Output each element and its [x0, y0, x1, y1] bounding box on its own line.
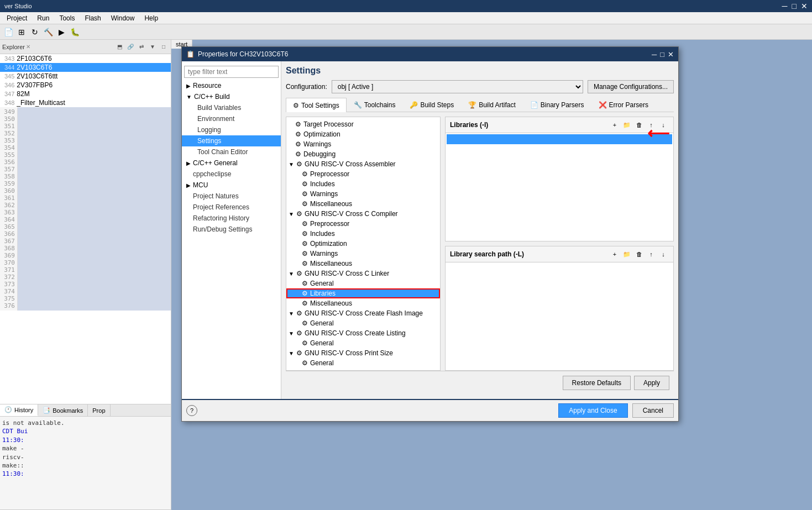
- tree-optimization[interactable]: ⚙Optimization: [286, 129, 440, 139]
- explorer-item-2v103[interactable]: 3442V103C6T6: [0, 63, 171, 72]
- tab-build-steps[interactable]: 🔑 Build Steps: [402, 98, 461, 112]
- tree-print-general[interactable]: ⚙General: [286, 358, 440, 368]
- explorer-item-filter[interactable]: 348_Filter_Multicast: [0, 98, 171, 107]
- tree-cc-includes[interactable]: ⚙Includes: [286, 229, 440, 239]
- explorer-item-2v103ttt[interactable]: 3452V103C6T6ttt: [0, 72, 171, 81]
- menu-flash[interactable]: Flash: [80, 13, 105, 23]
- bottom-tabs: 🕐 History 📑 Bookmarks Prop: [0, 404, 171, 417]
- menu-window[interactable]: Window: [107, 13, 139, 23]
- search-down-btn[interactable]: ↓: [658, 249, 669, 260]
- help-icon[interactable]: ?: [186, 405, 197, 416]
- toolbar-new-icon[interactable]: 📄: [2, 26, 14, 38]
- nav-tool-chain-editor[interactable]: Tool Chain Editor: [182, 146, 281, 157]
- tab-build-artifact[interactable]: 🏆 Build Artifact: [461, 98, 523, 112]
- maximize-panel-btn[interactable]: □: [159, 42, 169, 52]
- menu-run[interactable]: Run: [33, 13, 54, 23]
- search-add-btn[interactable]: +: [609, 249, 620, 260]
- search-up-btn[interactable]: ↑: [646, 249, 657, 260]
- tree-listing-general[interactable]: ⚙General: [286, 338, 440, 348]
- nav-refactoring-history[interactable]: Refactoring History: [182, 213, 281, 224]
- cancel-btn[interactable]: Cancel: [632, 403, 674, 418]
- nav-mcu[interactable]: ▶ MCU: [182, 180, 281, 191]
- apply-btn[interactable]: Apply: [634, 376, 669, 390]
- nav-cppcheclipse[interactable]: cppcheclipse: [182, 169, 281, 180]
- search-add-from-btn[interactable]: 📁: [621, 249, 632, 260]
- menu-help[interactable]: Help: [140, 13, 163, 23]
- explorer-item-82m[interactable]: 34782M: [0, 90, 171, 98]
- tab-binary-parsers[interactable]: 📄 Binary Parsers: [523, 98, 591, 112]
- tree-linker-general[interactable]: ⚙General: [286, 278, 440, 288]
- nav-settings[interactable]: Settings: [182, 135, 281, 146]
- config-select[interactable]: obj [ Active ]: [332, 80, 583, 93]
- dialog-minimize-btn[interactable]: ─: [652, 50, 657, 59]
- tab-tool-settings[interactable]: ⚙ Tool Settings: [286, 98, 347, 112]
- tree-listing-section[interactable]: ▼ ⚙ GNU RISC-V Cross Create Listing: [286, 328, 440, 338]
- nav-run-debug-settings[interactable]: Run/Debug Settings: [182, 224, 281, 235]
- tree-asm-warnings[interactable]: ⚙Warnings: [286, 189, 440, 199]
- minimize-btn[interactable]: ─: [782, 2, 788, 10]
- tab-error-parsers[interactable]: ❌ Error Parsers: [591, 98, 656, 112]
- lib-add-btn[interactable]: +: [609, 119, 620, 130]
- menu-project[interactable]: Project: [2, 13, 32, 23]
- libraries-header: Libraries (-l) + 📁 🗑 ↑ ↓: [446, 117, 673, 133]
- explorer-item-2f103[interactable]: 3432F103C6T6: [0, 54, 171, 63]
- filter-input[interactable]: [184, 66, 279, 78]
- manage-config-btn[interactable]: Manage Configurations...: [588, 80, 674, 93]
- red-arrow: ⟵: [647, 124, 669, 143]
- tree-target-processor[interactable]: ⚙Target Processor: [286, 119, 440, 129]
- collapse-all-btn[interactable]: ⬒: [114, 42, 124, 52]
- library-item-empty[interactable]: [447, 134, 672, 144]
- tree-print-section[interactable]: ▼ ⚙ GNU RISC-V Cross Print Size: [286, 348, 440, 358]
- nav-project-natures[interactable]: Project Natures: [182, 191, 281, 202]
- nav-logging[interactable]: Logging: [182, 124, 281, 135]
- nav-cpp-build[interactable]: ▼ C/C++ Build: [182, 91, 281, 102]
- lib-delete-btn[interactable]: 🗑: [633, 119, 645, 130]
- lib-add-from-btn[interactable]: 📁: [621, 119, 632, 130]
- search-delete-btn[interactable]: 🗑: [633, 249, 645, 260]
- nav-build-variables[interactable]: Build Variables: [182, 102, 281, 113]
- tree-cc-opt[interactable]: ⚙Optimization: [286, 239, 440, 249]
- make-error-line: make::: [2, 461, 169, 470]
- toolbar-run-icon[interactable]: ▶: [55, 26, 67, 38]
- cpp-general-arrow: ▶: [186, 160, 191, 166]
- tree-warnings[interactable]: ⚙Warnings: [286, 139, 440, 149]
- apply-and-close-btn[interactable]: Apply and Close: [558, 403, 627, 418]
- tree-linker-section[interactable]: ▼ ⚙ GNU RISC-V Cross C Linker: [286, 269, 440, 278]
- tree-cc-preprocessor[interactable]: ⚙Preprocessor: [286, 219, 440, 229]
- tree-flash-general[interactable]: ⚙General: [286, 318, 440, 328]
- tree-assembler-section[interactable]: ▼ ⚙ GNU RISC-V Cross Assembler: [286, 159, 440, 169]
- tree-cc-misc[interactable]: ⚙Miscellaneous: [286, 259, 440, 269]
- tab-history[interactable]: 🕐 History: [0, 404, 38, 416]
- maximize-btn[interactable]: □: [792, 2, 797, 10]
- toolbar-debug-icon[interactable]: 🐛: [69, 26, 81, 38]
- nav-environment[interactable]: Environment: [182, 113, 281, 124]
- dialog-restore-btn[interactable]: □: [660, 50, 664, 59]
- toolbar-grid-icon[interactable]: ⊞: [15, 26, 28, 38]
- toolbar-refresh-icon[interactable]: ↻: [29, 26, 41, 38]
- tab-toolchains[interactable]: 🔧 Toolchains: [347, 98, 403, 112]
- tab-prop[interactable]: Prop: [88, 404, 110, 416]
- tree-asm-misc[interactable]: ⚙Miscellaneous: [286, 199, 440, 209]
- view-menu-btn[interactable]: ▼: [148, 42, 158, 52]
- explorer-item-2v307[interactable]: 3462V307FBP6: [0, 81, 171, 90]
- tree-cc-warnings[interactable]: ⚙Warnings: [286, 249, 440, 259]
- dialog-close-btn[interactable]: ✕: [668, 50, 674, 59]
- tree-asm-preprocessor[interactable]: ⚙Preprocessor: [286, 169, 440, 179]
- cc-warn-icon: ⚙: [302, 250, 308, 257]
- tree-debugging[interactable]: ⚙Debugging: [286, 149, 440, 159]
- close-btn[interactable]: ✕: [801, 2, 808, 10]
- tab-bookmarks[interactable]: 📑 Bookmarks: [38, 404, 88, 416]
- link-editor-btn[interactable]: 🔗: [125, 42, 135, 52]
- tree-asm-includes[interactable]: ⚙Includes: [286, 179, 440, 189]
- tree-linker-misc[interactable]: ⚙Miscellaneous: [286, 298, 440, 308]
- restore-defaults-btn[interactable]: Restore Defaults: [563, 376, 631, 390]
- nav-project-references[interactable]: Project References: [182, 202, 281, 213]
- nav-cpp-general[interactable]: ▶ C/C++ General: [182, 157, 281, 169]
- nav-resource[interactable]: ▶ Resource: [182, 80, 281, 91]
- toolbar-build-icon[interactable]: 🔨: [42, 26, 54, 38]
- sync-btn[interactable]: ⇄: [137, 42, 146, 52]
- menu-tools[interactable]: Tools: [55, 13, 79, 23]
- tree-linker-libraries[interactable]: ⚙Libraries: [286, 288, 440, 298]
- tree-cc-section[interactable]: ▼ ⚙ GNU RISC-V Cross C Compiler: [286, 209, 440, 219]
- tree-flash-section[interactable]: ▼ ⚙ GNU RISC-V Cross Create Flash Image: [286, 308, 440, 318]
